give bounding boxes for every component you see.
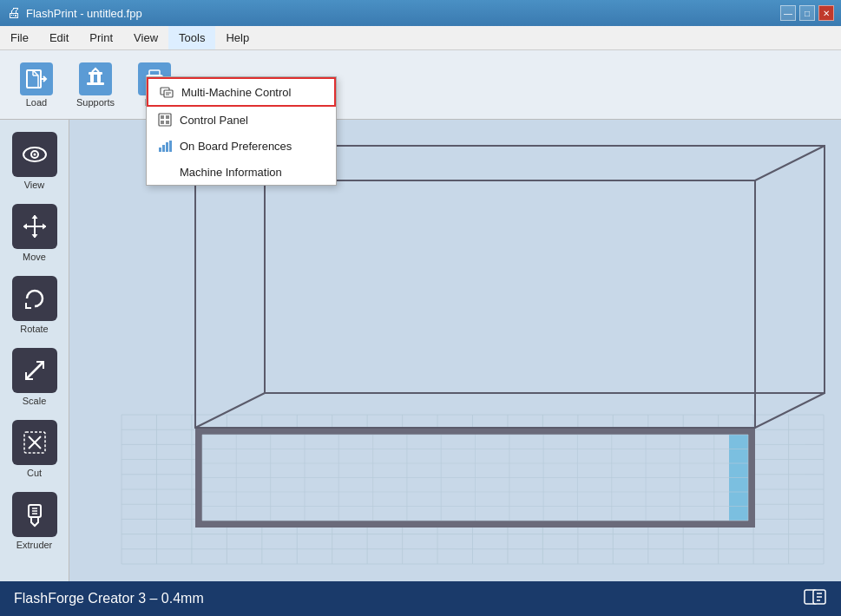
3d-canvas[interactable] — [69, 120, 841, 581]
toolbar-supports-button[interactable]: Supports — [66, 56, 125, 115]
status-icon[interactable] — [803, 585, 827, 613]
minimize-button[interactable]: — — [780, 5, 796, 21]
titlebar: 🖨 FlashPrint - untitled.fpp — □ ✕ — [0, 0, 841, 26]
statusbar: FlashForge Creator 3 – 0.4mm — [0, 581, 841, 616]
menu-help[interactable]: Help — [215, 26, 260, 49]
svg-rect-1 — [164, 90, 173, 97]
menu-tools[interactable]: Tools — [168, 26, 215, 49]
move-icon — [12, 204, 57, 249]
svg-rect-8 — [166, 121, 169, 124]
app-title: FlashPrint - untitled.fpp — [26, 7, 142, 20]
load-icon — [20, 62, 53, 95]
maximize-button[interactable]: □ — [799, 5, 815, 21]
svg-rect-11 — [166, 142, 168, 152]
sidebar-view-button[interactable]: View — [6, 128, 62, 193]
rotate-label: Rotate — [20, 324, 48, 334]
viewport[interactable] — [69, 120, 841, 581]
sidebar-scale-button[interactable]: Scale — [6, 344, 62, 410]
dropdown-label-control-panel: Control Panel — [180, 114, 248, 127]
svg-rect-5 — [161, 115, 164, 119]
dropdown-label-onboard-prefs: On Board Preferences — [180, 140, 292, 153]
menubar: File Edit Print View Tools Help Multi-Ma… — [0, 26, 841, 50]
scale-label: Scale — [23, 396, 47, 406]
view-label: View — [24, 180, 45, 190]
onboard-prefs-icon — [157, 138, 173, 154]
dropdown-item-machine-info[interactable]: Machine Information — [147, 159, 336, 185]
sidebar-rotate-button[interactable]: Rotate — [6, 272, 62, 337]
dropdown-item-onboard-prefs[interactable]: On Board Preferences — [147, 133, 336, 159]
menu-view[interactable]: View — [123, 26, 168, 49]
svg-rect-18 — [90, 74, 94, 82]
svg-rect-17 — [87, 82, 104, 85]
dropdown-label-machine-info: Machine Information — [180, 166, 282, 179]
view-icon — [12, 132, 57, 177]
titlebar-left: 🖨 FlashPrint - untitled.fpp — [7, 5, 142, 21]
svg-rect-12 — [169, 141, 172, 152]
svg-rect-7 — [161, 121, 164, 124]
multi-machine-icon — [159, 84, 174, 100]
svg-rect-20 — [89, 72, 102, 75]
menu-print[interactable]: Print — [79, 26, 123, 49]
sidebar: View Move Rotate — [0, 120, 69, 581]
scale-icon — [12, 348, 57, 393]
svg-rect-19 — [97, 74, 101, 82]
load-label: Load — [26, 97, 47, 108]
cut-label: Cut — [27, 468, 42, 478]
supports-icon — [79, 62, 112, 95]
svg-rect-10 — [162, 145, 165, 152]
sidebar-extruder-button[interactable]: Extruder — [6, 488, 62, 554]
close-button[interactable]: ✕ — [818, 5, 834, 21]
app-logo: 🖨 — [7, 5, 21, 21]
tools-dropdown: Multi-Machine Control Control Panel — [146, 76, 337, 186]
svg-rect-9 — [159, 147, 161, 152]
cut-icon — [12, 420, 57, 465]
control-panel-icon — [157, 112, 173, 128]
sidebar-cut-button[interactable]: Cut — [6, 416, 62, 482]
extruder-label: Extruder — [16, 540, 53, 550]
rotate-icon — [12, 276, 57, 321]
svg-rect-6 — [166, 115, 169, 119]
dropdown-item-multi-machine[interactable]: Multi-Machine Control — [147, 77, 336, 107]
dropdown-label-multi-machine: Multi-Machine Control — [181, 86, 291, 99]
toolbar-load-button[interactable]: Load — [7, 56, 66, 115]
move-label: Move — [23, 252, 46, 262]
svg-point-29 — [33, 154, 36, 156]
titlebar-controls[interactable]: — □ ✕ — [780, 5, 834, 21]
svg-line-32 — [26, 362, 43, 379]
menu-edit[interactable]: Edit — [39, 26, 79, 49]
status-text: FlashForge Creator 3 – 0.4mm — [14, 591, 204, 606]
extruder-icon — [12, 492, 57, 537]
sidebar-move-button[interactable]: Move — [6, 200, 62, 265]
main-area: View Move Rotate — [0, 120, 841, 581]
machine-info-icon — [157, 164, 173, 180]
menu-file[interactable]: File — [0, 26, 39, 49]
dropdown-item-control-panel[interactable]: Control Panel — [147, 107, 336, 133]
supports-label: Supports — [76, 97, 115, 108]
toolbar: Load Supports Print — [0, 50, 841, 120]
